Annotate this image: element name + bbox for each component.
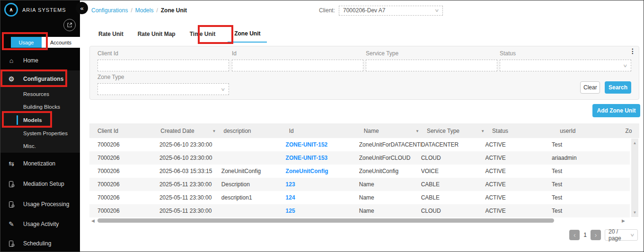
table-row: 70002062025-06-10 23:30:00ZONE-UNIT-152Z…: [89, 138, 630, 151]
sidebar-item-building-blocks[interactable]: Building Blocks: [0, 101, 80, 114]
sidebar-item-label: System Properties: [23, 130, 68, 136]
current-page[interactable]: 1: [583, 232, 587, 238]
next-page-button[interactable]: ›: [591, 230, 601, 240]
cell-id[interactable]: ZONE-UNIT-152: [286, 141, 359, 148]
cell-created-date: 2025-06-10 23:30:00: [159, 155, 221, 161]
home-icon: ⌂: [6, 57, 17, 64]
cell-user-id: Test: [552, 168, 616, 174]
tab-rate-unit[interactable]: Rate Unit: [97, 25, 125, 43]
brand-name: ARIA SYSTEMS: [22, 7, 66, 13]
column-header-service-type: Service Type▼: [427, 128, 492, 134]
breadcrumb-separator: /: [131, 7, 132, 14]
chevron-down-icon: ∨: [434, 8, 440, 13]
breadcrumb-configurations[interactable]: Configurations: [91, 7, 128, 14]
table-body: 70002062025-06-10 23:30:00ZONE-UNIT-152Z…: [89, 138, 630, 217]
tab-rate-unit-map[interactable]: Rate Unit Map: [136, 25, 177, 43]
add-zone-unit-button[interactable]: Add Zone Unit: [592, 104, 640, 117]
sidebar-item-system-properties[interactable]: System Properties: [0, 127, 80, 140]
sidebar-item-label: Monetization: [23, 160, 55, 167]
filter-id-input[interactable]: [232, 60, 363, 71]
sidebar-item-scheduling[interactable]: Scheduling: [0, 237, 80, 250]
cell-id[interactable]: 125: [286, 208, 359, 214]
client-selector: Client: 7000206-Dev A7 ∨: [319, 0, 443, 20]
cell-id[interactable]: 124: [286, 194, 359, 201]
breadcrumb-zone-unit: Zone Unit: [161, 7, 187, 14]
client-select[interactable]: 7000206-Dev A7 ∨: [339, 6, 443, 16]
topbar: Configurations/Models/Zone Unit Client: …: [80, 0, 644, 20]
cell-id[interactable]: ZoneUnitConfig: [286, 168, 359, 174]
filter-field-id: Id: [232, 50, 363, 71]
cell-user-id: Test: [552, 208, 616, 214]
sidebar-item-label: Models: [23, 117, 42, 123]
sidebar-header: ∧ ARIA SYSTEMS: [0, 0, 80, 33]
sidebar-submenu-configurations: ResourcesBuilding BlocksModelsSystem Pro…: [0, 87, 80, 153]
sidebar-item-label: Configurations: [23, 76, 63, 82]
cell-service-type: CABLE: [421, 194, 485, 201]
sidebar-item-models[interactable]: Models: [0, 113, 80, 127]
tab-time-unit[interactable]: Time Unit: [188, 25, 217, 43]
filter-zone-type-select[interactable]: ∨: [97, 83, 229, 95]
sidebar-item-home[interactable]: ⌂Home: [0, 54, 80, 67]
scroll-left-icon[interactable]: ◀: [91, 218, 95, 223]
sidebar-product-tab-accounts[interactable]: Accounts: [42, 37, 80, 48]
filter-client-id-input[interactable]: [97, 60, 229, 71]
horizontal-scrollbar-thumb[interactable]: [97, 218, 554, 223]
column-header-created-date: Created Date▼: [160, 128, 223, 134]
table-row: 70002062025-05-11 23:30:00Description123…: [89, 178, 630, 191]
sort-icon[interactable]: ▼: [481, 129, 485, 133]
sidebar-item-mediation-setup[interactable]: Mediation Setup: [0, 178, 80, 190]
filter-status-label: Status: [500, 50, 631, 57]
cell-status: ACTIVE: [485, 168, 552, 174]
sidebar-item-monetization[interactable]: ⇆Monetization: [0, 157, 80, 170]
clear-button[interactable]: Clear: [580, 81, 600, 94]
sidebar: ∧ ARIA SYSTEMS UsageAccounts ⌂Home⚙Confi…: [0, 0, 80, 252]
cell-id[interactable]: 123: [286, 181, 359, 188]
cell-id[interactable]: ZONE-UNIT-153: [286, 155, 359, 161]
expand-icon[interactable]: [63, 19, 76, 31]
sidebar-item-misc[interactable]: Misc.: [0, 139, 80, 153]
filter-status-select[interactable]: ∨: [500, 60, 631, 71]
cell-status: ACTIVE: [485, 181, 552, 188]
horizontal-scrollbar[interactable]: ◀ ▶: [89, 218, 639, 224]
sidebar-item-label: Usage Activity: [23, 221, 59, 227]
sidebar-collapse-button[interactable]: «: [76, 2, 88, 14]
filter-zone-type-label: Zone Type: [97, 74, 229, 80]
page-size-select[interactable]: 20 / page ∨: [605, 229, 638, 241]
sidebar-item-usage-activity[interactable]: ✎Usage Activity: [0, 218, 80, 230]
sidebar-item-label: Home: [23, 57, 38, 64]
cell-client-id: 7000206: [97, 141, 159, 148]
tab-zone-unit[interactable]: Zone Unit: [228, 25, 267, 43]
table-header: Client IdCreated Date▼descriptionIdName▼…: [89, 123, 639, 138]
pagination: ‹ 1 › 20 / page ∨: [89, 229, 639, 241]
scroll-down-icon[interactable]: ▼: [633, 210, 637, 215]
filter-field-zone-type: Zone Type∨: [97, 74, 229, 95]
module-tabs: Rate UnitRate Unit MapTime UnitZone Unit: [97, 25, 267, 43]
sort-icon[interactable]: ▼: [415, 129, 419, 133]
column-header-description: description: [224, 128, 289, 134]
sidebar-item-resources[interactable]: Resources: [0, 87, 80, 101]
scroll-right-icon[interactable]: ▶: [622, 218, 625, 223]
sidebar-item-label: Mediation Setup: [23, 181, 64, 187]
breadcrumb: Configurations/Models/Zone Unit: [91, 0, 187, 20]
more-options-icon[interactable]: ⋮: [629, 47, 636, 55]
sidebar-item-configurations[interactable]: ⚙Configurations: [0, 70, 80, 87]
prev-page-button[interactable]: ‹: [569, 230, 580, 240]
cell-created-date: 2025-05-11 23:30:00: [159, 194, 221, 201]
breadcrumb-models[interactable]: Models: [135, 7, 154, 14]
cell-user-id: Test: [552, 141, 616, 148]
usage-processing-icon: [6, 200, 17, 209]
sidebar-product-tab-usage[interactable]: Usage: [11, 37, 42, 48]
sort-icon[interactable]: ▼: [212, 129, 216, 133]
cell-status: ACTIVE: [485, 208, 552, 214]
sidebar-item-usage-processing[interactable]: Usage Processing: [0, 198, 80, 210]
search-button[interactable]: Search: [605, 81, 631, 94]
cell-service-type: DATACENTER: [421, 141, 485, 148]
sidebar-item-label: Resources: [23, 91, 49, 97]
column-header-status: Status: [492, 128, 560, 134]
cell-client-id: 7000206: [97, 194, 159, 201]
scroll-up-icon[interactable]: ▲: [633, 141, 637, 145]
filter-service-type-input[interactable]: [366, 60, 497, 71]
chevron-down-icon: ∨: [221, 87, 226, 92]
vertical-scrollbar[interactable]: ▲ ▼: [631, 139, 638, 217]
cell-service-type: VOICE: [421, 168, 485, 174]
